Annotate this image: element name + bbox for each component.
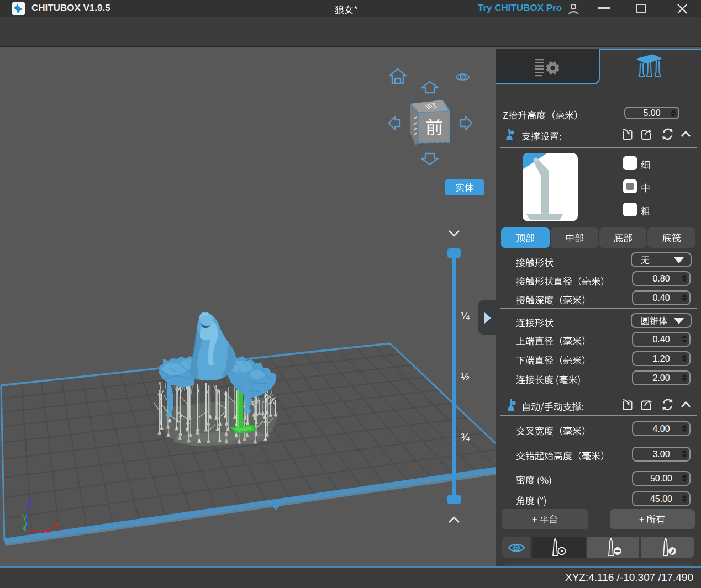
- svg-text:X: X: [53, 520, 60, 531]
- svg-text:Z: Z: [27, 496, 33, 508]
